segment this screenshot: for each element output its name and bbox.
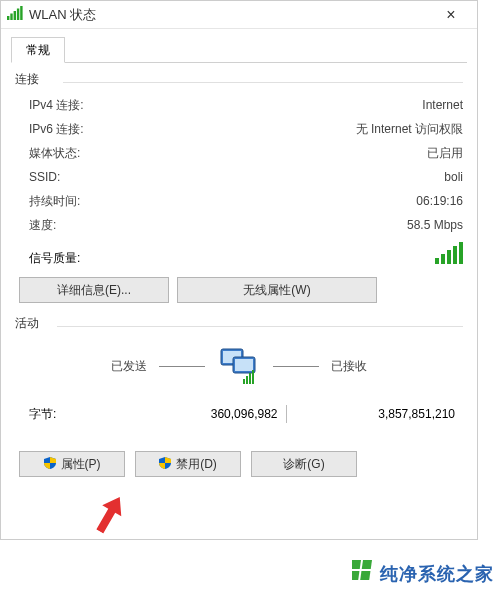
ssid-value: boli [444, 170, 463, 184]
ipv4-label: IPv4 连接: [29, 97, 84, 114]
panel: 连接 IPv4 连接: Internet IPv6 连接: 无 Internet… [15, 71, 463, 477]
shield-icon [159, 457, 171, 472]
svg-rect-4 [20, 6, 22, 20]
row-media: 媒体状态: 已启用 [15, 141, 463, 165]
svg-rect-16 [249, 373, 251, 384]
divider [57, 326, 463, 327]
divider-line [273, 366, 319, 367]
divider-line [159, 366, 205, 367]
ipv6-value: 无 Internet 访问权限 [356, 121, 463, 138]
disable-button[interactable]: 禁用(D) [135, 451, 241, 477]
svg-rect-8 [453, 246, 457, 264]
row-ipv4: IPv4 连接: Internet [15, 93, 463, 117]
ssid-label: SSID: [29, 170, 60, 184]
network-activity-icon [217, 345, 261, 388]
row-duration: 持续时间: 06:19:16 [15, 189, 463, 213]
tab-general[interactable]: 常规 [11, 37, 65, 63]
tab-strip: 常规 [11, 37, 467, 63]
duration-value: 06:19:16 [416, 194, 463, 208]
disable-button-label: 禁用(D) [176, 456, 217, 473]
svg-rect-14 [243, 379, 245, 384]
signal-label: 信号质量: [29, 250, 80, 267]
connection-buttons: 详细信息(E)... 无线属性(W) [19, 277, 463, 303]
bytes-sent-value: 360,096,982 [109, 407, 286, 421]
signal-bars-icon [435, 242, 463, 267]
connection-header: 连接 [15, 71, 463, 88]
watermark-logo-icon [352, 560, 374, 587]
properties-button[interactable]: 属性(P) [19, 451, 125, 477]
svg-rect-17 [252, 370, 254, 384]
duration-label: 持续时间: [29, 193, 80, 210]
svg-rect-13 [235, 359, 253, 371]
bytes-label: 字节: [29, 406, 109, 423]
received-label: 已接收 [331, 358, 367, 375]
ipv4-value: Internet [422, 98, 463, 112]
svg-rect-7 [447, 250, 451, 264]
close-button[interactable]: × [431, 6, 471, 24]
speed-value: 58.5 Mbps [407, 218, 463, 232]
svg-rect-15 [246, 376, 248, 384]
svg-rect-2 [14, 11, 16, 20]
details-button[interactable]: 详细信息(E)... [19, 277, 169, 303]
bottom-buttons: 属性(P) 禁用(D) 诊断(G) [19, 451, 459, 477]
diagnose-button[interactable]: 诊断(G) [251, 451, 357, 477]
shield-icon [44, 457, 56, 472]
sent-label: 已发送 [111, 358, 147, 375]
watermark: 纯净系统之家 [352, 560, 494, 587]
svg-rect-3 [17, 9, 19, 21]
activity-row: 已发送 已接收 [15, 343, 463, 389]
titlebar: WLAN 状态 × [1, 1, 477, 29]
svg-rect-21 [360, 571, 370, 580]
activity-section: 活动 已发送 [15, 315, 463, 477]
svg-rect-20 [352, 571, 359, 580]
bytes-received-value: 3,857,851,210 [287, 407, 464, 421]
bytes-row: 字节: 360,096,982 3,857,851,210 [15, 399, 463, 429]
svg-rect-6 [441, 254, 445, 264]
properties-button-label: 属性(P) [61, 456, 101, 473]
row-ssid: SSID: boli [15, 165, 463, 189]
wireless-properties-button[interactable]: 无线属性(W) [177, 277, 377, 303]
svg-rect-9 [459, 242, 463, 264]
svg-rect-19 [362, 560, 372, 569]
svg-rect-18 [352, 560, 361, 569]
activity-header: 活动 [15, 315, 463, 332]
window-title: WLAN 状态 [29, 6, 431, 24]
signal-icon [7, 6, 23, 23]
watermark-text: 纯净系统之家 [380, 562, 494, 586]
row-speed: 速度: 58.5 Mbps [15, 213, 463, 237]
wlan-status-window: WLAN 状态 × 常规 连接 IPv4 连接: Internet IPv6 连… [0, 0, 478, 540]
divider [63, 82, 463, 83]
row-signal: 信号质量: [15, 237, 463, 267]
row-ipv6: IPv6 连接: 无 Internet 访问权限 [15, 117, 463, 141]
svg-rect-5 [435, 258, 439, 264]
media-value: 已启用 [427, 145, 463, 162]
ipv6-label: IPv6 连接: [29, 121, 84, 138]
svg-rect-0 [7, 16, 9, 20]
svg-rect-1 [10, 14, 12, 21]
speed-label: 速度: [29, 217, 56, 234]
media-label: 媒体状态: [29, 145, 80, 162]
